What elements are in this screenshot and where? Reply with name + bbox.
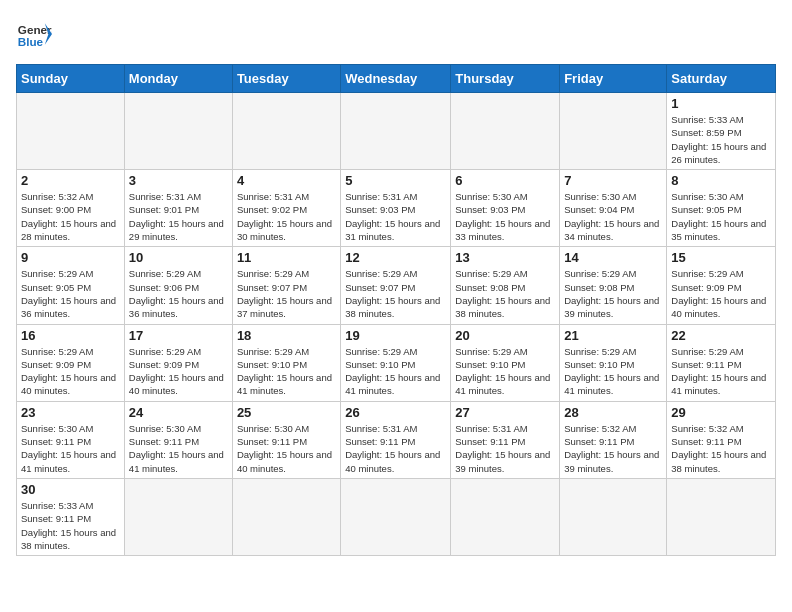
day-number: 29: [671, 405, 771, 420]
calendar-cell: 14Sunrise: 5:29 AM Sunset: 9:08 PM Dayli…: [560, 247, 667, 324]
calendar-cell: 20Sunrise: 5:29 AM Sunset: 9:10 PM Dayli…: [451, 324, 560, 401]
calendar-cell: 19Sunrise: 5:29 AM Sunset: 9:10 PM Dayli…: [341, 324, 451, 401]
day-info: Sunrise: 5:29 AM Sunset: 9:09 PM Dayligh…: [129, 345, 228, 398]
day-info: Sunrise: 5:30 AM Sunset: 9:11 PM Dayligh…: [129, 422, 228, 475]
day-info: Sunrise: 5:29 AM Sunset: 9:07 PM Dayligh…: [345, 267, 446, 320]
calendar-cell: 10Sunrise: 5:29 AM Sunset: 9:06 PM Dayli…: [124, 247, 232, 324]
calendar-cell: [232, 478, 340, 555]
header-friday: Friday: [560, 65, 667, 93]
day-info: Sunrise: 5:29 AM Sunset: 9:08 PM Dayligh…: [455, 267, 555, 320]
day-info: Sunrise: 5:29 AM Sunset: 9:10 PM Dayligh…: [345, 345, 446, 398]
day-info: Sunrise: 5:31 AM Sunset: 9:11 PM Dayligh…: [455, 422, 555, 475]
day-info: Sunrise: 5:30 AM Sunset: 9:11 PM Dayligh…: [237, 422, 336, 475]
day-info: Sunrise: 5:31 AM Sunset: 9:02 PM Dayligh…: [237, 190, 336, 243]
day-number: 23: [21, 405, 120, 420]
day-number: 11: [237, 250, 336, 265]
calendar-cell: 24Sunrise: 5:30 AM Sunset: 9:11 PM Dayli…: [124, 401, 232, 478]
day-number: 16: [21, 328, 120, 343]
calendar-header-row: SundayMondayTuesdayWednesdayThursdayFrid…: [17, 65, 776, 93]
day-info: Sunrise: 5:30 AM Sunset: 9:05 PM Dayligh…: [671, 190, 771, 243]
calendar-cell: 15Sunrise: 5:29 AM Sunset: 9:09 PM Dayli…: [667, 247, 776, 324]
day-info: Sunrise: 5:30 AM Sunset: 9:04 PM Dayligh…: [564, 190, 662, 243]
day-info: Sunrise: 5:32 AM Sunset: 9:11 PM Dayligh…: [671, 422, 771, 475]
day-number: 17: [129, 328, 228, 343]
header-sunday: Sunday: [17, 65, 125, 93]
calendar-cell: 23Sunrise: 5:30 AM Sunset: 9:11 PM Dayli…: [17, 401, 125, 478]
calendar-cell: [124, 478, 232, 555]
day-info: Sunrise: 5:29 AM Sunset: 9:05 PM Dayligh…: [21, 267, 120, 320]
calendar-table: SundayMondayTuesdayWednesdayThursdayFrid…: [16, 64, 776, 556]
day-number: 15: [671, 250, 771, 265]
calendar-week-4: 16Sunrise: 5:29 AM Sunset: 9:09 PM Dayli…: [17, 324, 776, 401]
day-number: 19: [345, 328, 446, 343]
calendar-cell: 21Sunrise: 5:29 AM Sunset: 9:10 PM Dayli…: [560, 324, 667, 401]
calendar-cell: 17Sunrise: 5:29 AM Sunset: 9:09 PM Dayli…: [124, 324, 232, 401]
day-info: Sunrise: 5:33 AM Sunset: 9:11 PM Dayligh…: [21, 499, 120, 552]
day-number: 20: [455, 328, 555, 343]
calendar-cell: 3Sunrise: 5:31 AM Sunset: 9:01 PM Daylig…: [124, 170, 232, 247]
svg-text:Blue: Blue: [18, 35, 44, 48]
calendar-week-1: 1Sunrise: 5:33 AM Sunset: 8:59 PM Daylig…: [17, 93, 776, 170]
day-info: Sunrise: 5:30 AM Sunset: 9:11 PM Dayligh…: [21, 422, 120, 475]
page-header: General Blue: [16, 16, 776, 52]
calendar-cell: 30Sunrise: 5:33 AM Sunset: 9:11 PM Dayli…: [17, 478, 125, 555]
day-number: 4: [237, 173, 336, 188]
calendar-cell: [341, 93, 451, 170]
calendar-cell: 29Sunrise: 5:32 AM Sunset: 9:11 PM Dayli…: [667, 401, 776, 478]
day-number: 2: [21, 173, 120, 188]
day-number: 5: [345, 173, 446, 188]
day-number: 6: [455, 173, 555, 188]
calendar-cell: 6Sunrise: 5:30 AM Sunset: 9:03 PM Daylig…: [451, 170, 560, 247]
calendar-week-5: 23Sunrise: 5:30 AM Sunset: 9:11 PM Dayli…: [17, 401, 776, 478]
logo-icon: General Blue: [16, 16, 52, 52]
calendar-week-3: 9Sunrise: 5:29 AM Sunset: 9:05 PM Daylig…: [17, 247, 776, 324]
day-number: 26: [345, 405, 446, 420]
calendar-cell: 25Sunrise: 5:30 AM Sunset: 9:11 PM Dayli…: [232, 401, 340, 478]
day-number: 3: [129, 173, 228, 188]
calendar-cell: 5Sunrise: 5:31 AM Sunset: 9:03 PM Daylig…: [341, 170, 451, 247]
calendar-cell: [560, 478, 667, 555]
calendar-cell: [17, 93, 125, 170]
day-info: Sunrise: 5:29 AM Sunset: 9:10 PM Dayligh…: [455, 345, 555, 398]
day-number: 27: [455, 405, 555, 420]
day-info: Sunrise: 5:29 AM Sunset: 9:07 PM Dayligh…: [237, 267, 336, 320]
day-info: Sunrise: 5:31 AM Sunset: 9:11 PM Dayligh…: [345, 422, 446, 475]
calendar-cell: [124, 93, 232, 170]
day-number: 12: [345, 250, 446, 265]
calendar-cell: 8Sunrise: 5:30 AM Sunset: 9:05 PM Daylig…: [667, 170, 776, 247]
day-info: Sunrise: 5:29 AM Sunset: 9:09 PM Dayligh…: [671, 267, 771, 320]
day-info: Sunrise: 5:30 AM Sunset: 9:03 PM Dayligh…: [455, 190, 555, 243]
calendar-cell: 11Sunrise: 5:29 AM Sunset: 9:07 PM Dayli…: [232, 247, 340, 324]
calendar-cell: 28Sunrise: 5:32 AM Sunset: 9:11 PM Dayli…: [560, 401, 667, 478]
day-info: Sunrise: 5:33 AM Sunset: 8:59 PM Dayligh…: [671, 113, 771, 166]
calendar-cell: [667, 478, 776, 555]
day-number: 13: [455, 250, 555, 265]
day-number: 8: [671, 173, 771, 188]
day-info: Sunrise: 5:29 AM Sunset: 9:10 PM Dayligh…: [237, 345, 336, 398]
header-monday: Monday: [124, 65, 232, 93]
logo: General Blue: [16, 16, 52, 52]
calendar-cell: 16Sunrise: 5:29 AM Sunset: 9:09 PM Dayli…: [17, 324, 125, 401]
calendar-cell: [560, 93, 667, 170]
header-saturday: Saturday: [667, 65, 776, 93]
calendar-cell: 27Sunrise: 5:31 AM Sunset: 9:11 PM Dayli…: [451, 401, 560, 478]
calendar-cell: [232, 93, 340, 170]
day-info: Sunrise: 5:32 AM Sunset: 9:00 PM Dayligh…: [21, 190, 120, 243]
calendar-cell: 18Sunrise: 5:29 AM Sunset: 9:10 PM Dayli…: [232, 324, 340, 401]
calendar-cell: 26Sunrise: 5:31 AM Sunset: 9:11 PM Dayli…: [341, 401, 451, 478]
calendar-cell: 22Sunrise: 5:29 AM Sunset: 9:11 PM Dayli…: [667, 324, 776, 401]
day-info: Sunrise: 5:31 AM Sunset: 9:01 PM Dayligh…: [129, 190, 228, 243]
day-info: Sunrise: 5:29 AM Sunset: 9:11 PM Dayligh…: [671, 345, 771, 398]
day-number: 22: [671, 328, 771, 343]
calendar-cell: 1Sunrise: 5:33 AM Sunset: 8:59 PM Daylig…: [667, 93, 776, 170]
day-info: Sunrise: 5:29 AM Sunset: 9:08 PM Dayligh…: [564, 267, 662, 320]
calendar-week-6: 30Sunrise: 5:33 AM Sunset: 9:11 PM Dayli…: [17, 478, 776, 555]
calendar-cell: 12Sunrise: 5:29 AM Sunset: 9:07 PM Dayli…: [341, 247, 451, 324]
day-number: 7: [564, 173, 662, 188]
calendar-cell: [451, 93, 560, 170]
day-number: 14: [564, 250, 662, 265]
day-info: Sunrise: 5:31 AM Sunset: 9:03 PM Dayligh…: [345, 190, 446, 243]
calendar-cell: 2Sunrise: 5:32 AM Sunset: 9:00 PM Daylig…: [17, 170, 125, 247]
day-number: 28: [564, 405, 662, 420]
day-info: Sunrise: 5:32 AM Sunset: 9:11 PM Dayligh…: [564, 422, 662, 475]
